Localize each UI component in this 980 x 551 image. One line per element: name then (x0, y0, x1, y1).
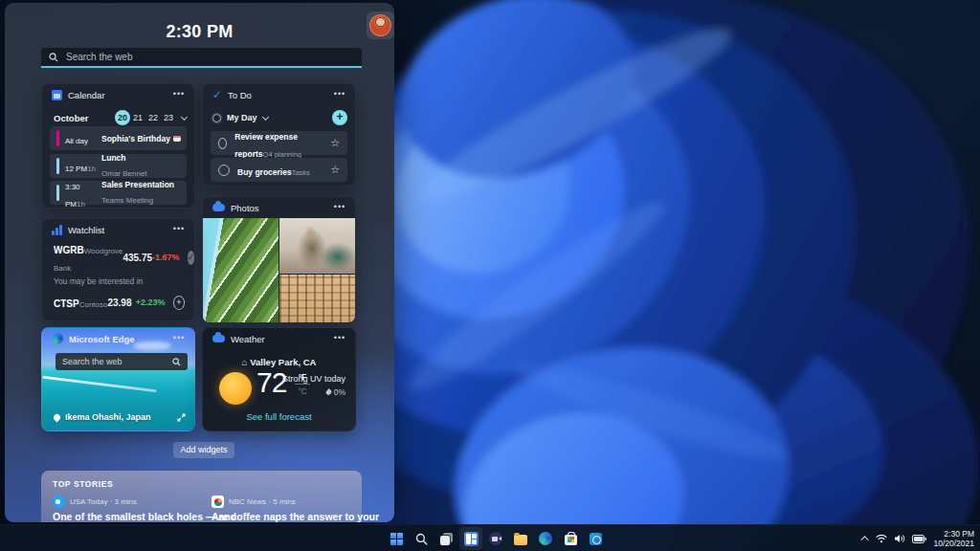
widget-title: Photos (231, 203, 259, 213)
edge-widget[interactable]: Microsoft Edge Search the web Ikema Ohas… (41, 327, 195, 431)
stock-row[interactable]: WGRBWoodgrove Bank 435.75 -1.67% ✓ (54, 245, 185, 270)
widget-title: Calendar (68, 90, 105, 100)
chat-button[interactable] (484, 527, 507, 550)
battery-icon[interactable] (912, 535, 926, 543)
event-color-bar (56, 158, 59, 174)
weather-widget[interactable]: Weather ⌂ Valley Park, CA 72 °F °C Stron… (202, 327, 356, 431)
task-list-selector[interactable]: My Day (227, 113, 257, 122)
event-color-bar (56, 130, 59, 146)
cloud-icon (212, 204, 225, 211)
month-label: October (54, 113, 88, 123)
add-task-button[interactable]: + (332, 110, 347, 125)
task-view-button[interactable] (434, 527, 457, 550)
calendar-event[interactable]: 3:30 PM1h Sales PresentationTeams Meetin… (50, 181, 187, 205)
photo-thumbnail[interactable] (279, 218, 356, 274)
edge-browser-button[interactable] (534, 527, 557, 550)
web-search-bar[interactable] (41, 48, 362, 68)
watchlisted-check-button[interactable]: ✓ (188, 251, 195, 265)
full-forecast-link[interactable]: See full forecast (203, 411, 355, 422)
more-options-button[interactable] (169, 87, 189, 102)
more-options-button[interactable] (169, 222, 189, 237)
widgets-panel: 2:30 PM Calendar October 20 21 22 23 All… (5, 3, 394, 522)
outlook-button[interactable] (584, 527, 607, 550)
task-checkbox[interactable] (218, 165, 230, 176)
event-title: Lunch (101, 153, 147, 163)
news-story[interactable]: NBC News · 5 mins Are coffee naps the an… (212, 496, 357, 522)
widgets-button[interactable] (459, 527, 482, 550)
photo-location-label: Ikema Ohashi, Japan (65, 412, 151, 422)
event-duration: 1h (77, 200, 85, 209)
widget-title: Weather (231, 334, 265, 344)
precipitation-value: 0% (334, 387, 345, 397)
date-option[interactable]: 22 (145, 113, 161, 122)
profile-button[interactable] (367, 11, 394, 39)
store-bag-icon (565, 535, 577, 545)
chevron-down-icon[interactable] (181, 113, 188, 120)
search-icon (415, 533, 428, 545)
tray-overflow-chevron-icon[interactable] (861, 536, 869, 543)
more-options-button[interactable] (330, 200, 349, 215)
speaker-icon[interactable] (894, 534, 905, 543)
search-input[interactable] (66, 52, 354, 62)
story-byline: NBC News · 5 mins (229, 497, 296, 506)
top-stories-header: TOP STORIES (53, 479, 350, 489)
calendar-event[interactable]: All day Sophia's Birthday (50, 126, 187, 150)
search-icon (49, 53, 58, 62)
event-duration: 1h (87, 165, 96, 173)
task-checkbox[interactable] (218, 138, 227, 149)
taskbar-search-button[interactable] (410, 527, 433, 550)
star-icon[interactable]: ☆ (330, 164, 340, 176)
usa-today-favicon (53, 496, 65, 508)
star-icon[interactable]: ☆ (330, 137, 340, 149)
more-options-button[interactable] (330, 331, 349, 346)
watchlist-widget[interactable]: Watchlist WGRBWoodgrove Bank 435.75 -1.6… (41, 218, 195, 321)
widget-title: Watchlist (68, 225, 104, 235)
more-options-button[interactable] (330, 87, 349, 102)
stocks-chart-icon (52, 225, 62, 235)
date-selected[interactable]: 20 (115, 110, 130, 125)
date-option[interactable]: 23 (161, 113, 176, 122)
event-time: All day (65, 137, 88, 145)
event-subtitle: Teams Meeting (101, 196, 153, 205)
photo-thumbnail[interactable] (203, 218, 278, 323)
bridge-shape (42, 376, 156, 393)
stock-change: +2.23% (132, 298, 166, 307)
task-item[interactable]: Review expense reportsQ4 planning ☆ (211, 131, 347, 155)
chevron-down-icon[interactable] (261, 113, 268, 120)
avatar (369, 14, 391, 36)
edge-search-box[interactable]: Search the web (56, 353, 188, 370)
folder-icon (514, 535, 527, 545)
edge-logo-icon (52, 333, 63, 344)
calendar-widget[interactable]: Calendar October 20 21 22 23 All day Sop… (41, 83, 195, 209)
todo-widget[interactable]: ✓ To Do My Day + Review expense reportsQ… (202, 83, 356, 187)
windows-logo-icon (390, 533, 403, 545)
task-item[interactable]: Buy groceriesTasks ☆ (211, 158, 347, 182)
cloud-icon (212, 335, 225, 342)
stock-row[interactable]: CTSPContoso 23.98 +2.23% + (54, 290, 185, 315)
stock-change: -1.67% (152, 253, 180, 262)
microsoft-store-button[interactable] (559, 527, 582, 550)
file-explorer-button[interactable] (509, 527, 532, 550)
stock-price: 435.75 (122, 253, 152, 263)
story-headline: Are coffee naps the answer to your (212, 511, 357, 522)
more-options-button[interactable] (169, 331, 189, 346)
taskbar: 2:30 PM 10/20/2021 (0, 524, 980, 551)
photos-widget[interactable]: Photos (202, 196, 356, 323)
outlook-icon (590, 533, 602, 545)
tray-clock[interactable]: 2:30 PM 10/20/2021 (933, 529, 974, 548)
event-title: Sophia's Birthday (101, 134, 170, 143)
photo-thumbnail[interactable] (279, 275, 356, 323)
add-to-watchlist-button[interactable]: + (173, 296, 185, 310)
expand-icon[interactable] (177, 413, 186, 422)
date-option[interactable]: 21 (130, 113, 145, 122)
unit-celsius[interactable]: °C (295, 385, 310, 396)
wifi-icon[interactable] (876, 534, 887, 543)
event-color-bar (56, 185, 59, 201)
start-button[interactable] (385, 527, 408, 550)
news-story[interactable]: USA Today · 3 mins One of the smallest b… (53, 496, 198, 522)
stock-name: Contoso (79, 300, 108, 309)
calendar-event[interactable]: 12 PM1h LunchOmar Bennet (50, 154, 187, 178)
add-widgets-button[interactable]: Add widgets (173, 442, 234, 458)
nbc-news-favicon (212, 496, 224, 508)
stock-symbol: CTSP (54, 298, 79, 309)
